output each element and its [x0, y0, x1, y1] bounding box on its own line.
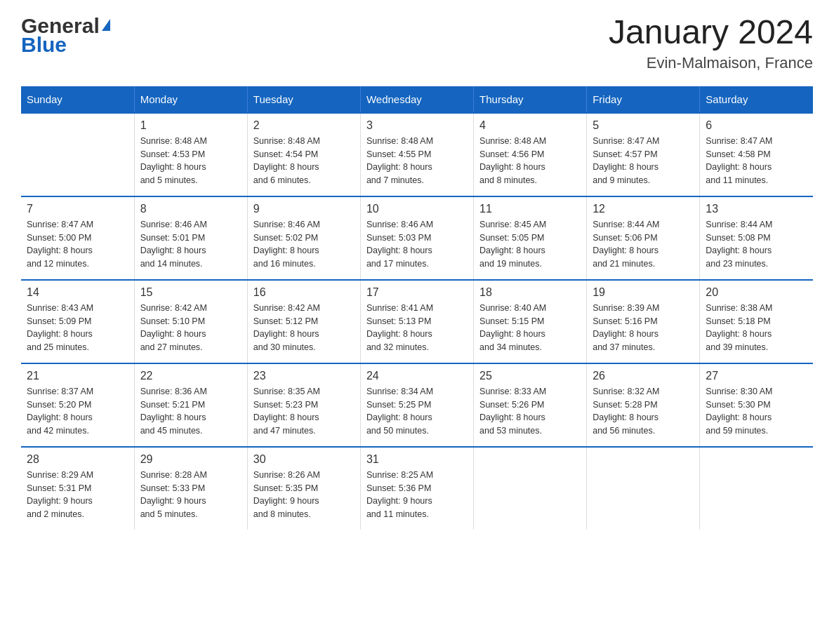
day-number: 4: [479, 119, 581, 132]
logo-triangle-icon: [102, 19, 110, 31]
day-number: 11: [479, 203, 581, 215]
day-number: 24: [366, 370, 468, 382]
day-number: 10: [366, 203, 468, 215]
header-cell-thursday: Thursday: [474, 86, 587, 113]
week-row-4: 21Sunrise: 8:37 AMSunset: 5:20 PMDayligh…: [21, 363, 813, 447]
day-info: Sunrise: 8:47 AMSunset: 4:57 PMDaylight:…: [593, 135, 694, 187]
header-row: SundayMondayTuesdayWednesdayThursdayFrid…: [21, 86, 813, 113]
day-number: 5: [593, 119, 694, 132]
day-cell: 9Sunrise: 8:46 AMSunset: 5:02 PMDaylight…: [247, 196, 360, 280]
day-info: Sunrise: 8:47 AMSunset: 5:00 PMDaylight:…: [27, 218, 128, 271]
day-number: 26: [593, 370, 694, 382]
day-cell: 14Sunrise: 8:43 AMSunset: 5:09 PMDayligh…: [21, 280, 134, 363]
day-cell: 23Sunrise: 8:35 AMSunset: 5:23 PMDayligh…: [247, 363, 360, 447]
day-number: 25: [479, 370, 581, 382]
day-cell: 28Sunrise: 8:29 AMSunset: 5:31 PMDayligh…: [21, 447, 134, 530]
header-cell-saturday: Saturday: [700, 86, 813, 113]
day-cell: 25Sunrise: 8:33 AMSunset: 5:26 PMDayligh…: [474, 363, 587, 447]
day-cell: 30Sunrise: 8:26 AMSunset: 5:35 PMDayligh…: [247, 447, 360, 530]
day-cell: 5Sunrise: 8:47 AMSunset: 4:57 PMDaylight…: [587, 113, 700, 196]
day-number: 18: [479, 286, 581, 299]
day-info: Sunrise: 8:44 AMSunset: 5:08 PMDaylight:…: [706, 218, 807, 271]
day-number: 3: [366, 119, 468, 132]
day-cell: 11Sunrise: 8:45 AMSunset: 5:05 PMDayligh…: [474, 196, 587, 280]
day-cell: [21, 113, 134, 196]
page-subtitle: Evin-Malmaison, France: [609, 54, 813, 72]
day-number: 30: [253, 453, 355, 466]
day-number: 23: [253, 370, 355, 382]
day-number: 14: [27, 286, 128, 299]
day-cell: 19Sunrise: 8:39 AMSunset: 5:16 PMDayligh…: [587, 280, 700, 363]
day-cell: 1Sunrise: 8:48 AMSunset: 4:53 PMDaylight…: [134, 113, 247, 196]
day-cell: [700, 447, 813, 530]
day-info: Sunrise: 8:41 AMSunset: 5:13 PMDaylight:…: [366, 302, 468, 354]
week-row-3: 14Sunrise: 8:43 AMSunset: 5:09 PMDayligh…: [21, 280, 813, 363]
day-cell: 22Sunrise: 8:36 AMSunset: 5:21 PMDayligh…: [134, 363, 247, 447]
day-info: Sunrise: 8:37 AMSunset: 5:20 PMDaylight:…: [27, 385, 128, 438]
week-row-2: 7Sunrise: 8:47 AMSunset: 5:00 PMDaylight…: [21, 196, 813, 280]
day-number: 20: [706, 286, 807, 299]
day-info: Sunrise: 8:36 AMSunset: 5:21 PMDaylight:…: [140, 385, 241, 438]
day-info: Sunrise: 8:38 AMSunset: 5:18 PMDaylight:…: [706, 302, 807, 354]
week-row-1: 1Sunrise: 8:48 AMSunset: 4:53 PMDaylight…: [21, 113, 813, 196]
logo-blue: Blue: [21, 34, 67, 55]
day-number: 21: [27, 370, 128, 382]
day-info: Sunrise: 8:46 AMSunset: 5:03 PMDaylight:…: [366, 218, 468, 271]
day-number: 8: [140, 203, 241, 215]
day-number: 22: [140, 370, 241, 382]
calendar-header: SundayMondayTuesdayWednesdayThursdayFrid…: [21, 86, 813, 113]
day-info: Sunrise: 8:30 AMSunset: 5:30 PMDaylight:…: [706, 385, 807, 438]
header-cell-tuesday: Tuesday: [247, 86, 360, 113]
day-cell: 7Sunrise: 8:47 AMSunset: 5:00 PMDaylight…: [21, 196, 134, 280]
day-info: Sunrise: 8:26 AMSunset: 5:35 PMDaylight:…: [253, 469, 355, 521]
day-info: Sunrise: 8:40 AMSunset: 5:15 PMDaylight:…: [479, 302, 581, 354]
day-info: Sunrise: 8:42 AMSunset: 5:12 PMDaylight:…: [253, 302, 355, 354]
day-cell: 24Sunrise: 8:34 AMSunset: 5:25 PMDayligh…: [360, 363, 473, 447]
calendar-body: 1Sunrise: 8:48 AMSunset: 4:53 PMDaylight…: [21, 113, 813, 530]
day-cell: 16Sunrise: 8:42 AMSunset: 5:12 PMDayligh…: [247, 280, 360, 363]
day-number: 7: [27, 203, 128, 215]
day-number: 15: [140, 286, 241, 299]
day-number: 31: [366, 453, 468, 466]
day-info: Sunrise: 8:25 AMSunset: 5:36 PMDaylight:…: [366, 469, 468, 521]
day-cell: 29Sunrise: 8:28 AMSunset: 5:33 PMDayligh…: [134, 447, 247, 530]
day-info: Sunrise: 8:33 AMSunset: 5:26 PMDaylight:…: [479, 385, 581, 438]
header-cell-sunday: Sunday: [21, 86, 134, 113]
day-cell: 20Sunrise: 8:38 AMSunset: 5:18 PMDayligh…: [700, 280, 813, 363]
day-info: Sunrise: 8:43 AMSunset: 5:09 PMDaylight:…: [27, 302, 128, 354]
logo: General Blue: [21, 14, 110, 55]
day-cell: 31Sunrise: 8:25 AMSunset: 5:36 PMDayligh…: [360, 447, 473, 530]
day-number: 29: [140, 453, 241, 466]
day-cell: 3Sunrise: 8:48 AMSunset: 4:55 PMDaylight…: [360, 113, 473, 196]
day-cell: 21Sunrise: 8:37 AMSunset: 5:20 PMDayligh…: [21, 363, 134, 447]
day-cell: [587, 447, 700, 530]
day-number: 12: [593, 203, 694, 215]
day-cell: [474, 447, 587, 530]
day-cell: 18Sunrise: 8:40 AMSunset: 5:15 PMDayligh…: [474, 280, 587, 363]
day-cell: 26Sunrise: 8:32 AMSunset: 5:28 PMDayligh…: [587, 363, 700, 447]
header-cell-monday: Monday: [134, 86, 247, 113]
day-cell: 2Sunrise: 8:48 AMSunset: 4:54 PMDaylight…: [247, 113, 360, 196]
header-cell-wednesday: Wednesday: [360, 86, 473, 113]
day-info: Sunrise: 8:48 AMSunset: 4:56 PMDaylight:…: [479, 135, 581, 187]
day-info: Sunrise: 8:47 AMSunset: 4:58 PMDaylight:…: [706, 135, 807, 187]
day-number: 16: [253, 286, 355, 299]
header-cell-friday: Friday: [587, 86, 700, 113]
day-info: Sunrise: 8:48 AMSunset: 4:55 PMDaylight:…: [366, 135, 468, 187]
day-number: 9: [253, 203, 355, 215]
week-row-5: 28Sunrise: 8:29 AMSunset: 5:31 PMDayligh…: [21, 447, 813, 530]
day-number: 17: [366, 286, 468, 299]
day-info: Sunrise: 8:45 AMSunset: 5:05 PMDaylight:…: [479, 218, 581, 271]
title-block: January 2024 Evin-Malmaison, France: [609, 14, 813, 72]
day-cell: 27Sunrise: 8:30 AMSunset: 5:30 PMDayligh…: [700, 363, 813, 447]
day-number: 19: [593, 286, 694, 299]
day-cell: 10Sunrise: 8:46 AMSunset: 5:03 PMDayligh…: [360, 196, 473, 280]
day-info: Sunrise: 8:42 AMSunset: 5:10 PMDaylight:…: [140, 302, 241, 354]
day-number: 27: [706, 370, 807, 382]
day-info: Sunrise: 8:34 AMSunset: 5:25 PMDaylight:…: [366, 385, 468, 438]
day-number: 2: [253, 119, 355, 132]
page-header: General Blue January 2024 Evin-Malmaison…: [21, 14, 813, 72]
day-number: 13: [706, 203, 807, 215]
day-info: Sunrise: 8:48 AMSunset: 4:53 PMDaylight:…: [140, 135, 241, 187]
day-number: 6: [706, 119, 807, 132]
